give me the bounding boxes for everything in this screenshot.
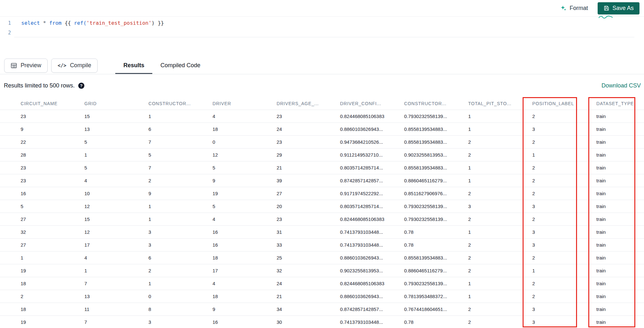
table-body: 231514230.8244680851063830.7930232558139… (0, 110, 644, 328)
save-as-label: Save As (612, 5, 634, 12)
table-cell: 5 (84, 136, 148, 148)
table-cell: 1 (468, 174, 532, 187)
table-cell: 5 (0, 200, 84, 213)
table-cell: 0.8558139534883... (404, 136, 468, 148)
code-token: 'train_test_position' (86, 20, 151, 26)
table-row: 281512290.9112149532710...0.902325581395… (0, 149, 644, 161)
table-cell: 15 (84, 110, 148, 123)
table-cell: 1 (148, 277, 213, 290)
code-token (46, 20, 49, 26)
compile-label: Compile (70, 62, 91, 69)
table-cell: 0.8742857142857... (340, 174, 404, 187)
table-cell: 9 (213, 174, 277, 187)
column-header-dataset-type: DATASET_TYPE (596, 97, 644, 110)
table-row: 913618240.8860103626943...0.855813953488… (0, 123, 644, 136)
table-row: 51215200.8035714285714...0.7930232558139… (0, 200, 644, 213)
table-cell: 2 (532, 136, 596, 148)
column-header-driver: DRIVER (213, 97, 277, 110)
table-cell: 2 (532, 290, 596, 303)
save-icon (603, 5, 610, 11)
table-cell: train (596, 277, 644, 290)
table-cell: 2 (148, 264, 213, 277)
table-row: 231514230.8244680851063830.7930232558139… (0, 110, 644, 123)
table-cell: 3 (532, 200, 596, 213)
table-row: 22570230.9473684210526...0.8558139534883… (0, 136, 644, 149)
help-icon[interactable]: ? (78, 83, 84, 89)
table-row: 23429390.8742857142857...0.8860465116279… (0, 174, 644, 187)
table-cell: 0.78 (404, 316, 468, 328)
table-cell: 3 (532, 226, 596, 238)
table-cell: 27 (0, 213, 84, 225)
sql-editor-section: Format Save As 1 select * from {{ ref('t… (0, 0, 644, 57)
table-cell: 23 (277, 213, 340, 225)
column-header-circuit-name: CIRCUIT_NAME (0, 97, 84, 110)
table-row: 14618250.8860103626943...0.8558139534883… (0, 251, 644, 264)
table-cell: train (596, 200, 644, 213)
table-cell: 0.7413793103448... (340, 316, 404, 328)
table-cell: 2 (532, 277, 596, 290)
table-cell: 34 (277, 303, 340, 315)
table-cell: 2 (468, 239, 532, 251)
table-cell: 0.8860103626943... (340, 290, 404, 303)
save-as-button[interactable]: Save As (598, 2, 639, 14)
table-cell: 0 (213, 136, 277, 148)
table-row: 191217320.9023255813953...0.886046511627… (0, 264, 644, 277)
table-cell: 0 (148, 290, 213, 303)
table-cell: train (596, 251, 644, 264)
table-cell: 23 (0, 161, 84, 174)
actions-row: Preview </> Compile Results Compiled Cod… (0, 57, 644, 74)
table-cell: 4 (213, 213, 277, 225)
table-cell: 23 (0, 174, 84, 187)
table-cell: 0.78 (404, 226, 468, 238)
preview-button[interactable]: Preview (4, 59, 48, 73)
table-cell: 2 (148, 174, 213, 187)
table-cell: train (596, 187, 644, 200)
tab-results[interactable]: Results (115, 57, 152, 74)
results-limit-text: Results limited to 500 rows. (4, 82, 75, 89)
column-header-constructor: CONSTRUCTOR... (148, 97, 213, 110)
column-header-grid: GRID (84, 97, 148, 110)
table-cell: 2 (468, 251, 532, 264)
table-cell: 1 (468, 123, 532, 135)
format-button[interactable]: Format (561, 5, 588, 12)
table-cell: 13 (84, 290, 148, 303)
table-cell: 4 (84, 174, 148, 187)
results-limit-group: Results limited to 500 rows. ? (4, 82, 84, 89)
table-cell: 31 (277, 226, 340, 238)
table-cell: 16 (213, 316, 277, 328)
table-cell: 0.8860103626943... (340, 123, 404, 135)
code-editor[interactable]: 1 select * from {{ ref('train_test_posit… (0, 17, 644, 38)
table-cell: train (596, 149, 644, 161)
format-label: Format (570, 5, 588, 12)
table-cell: 0.9023255813953... (404, 149, 468, 161)
code-token: ) }} (152, 20, 164, 26)
column-header-drivers-age: DRIVERS_AGE_... (277, 97, 340, 110)
code-line-2[interactable]: 2 (0, 28, 644, 38)
preview-label: Preview (21, 62, 41, 69)
tab-compiled-code[interactable]: Compiled Code (152, 57, 208, 74)
table-cell: 27 (277, 187, 340, 200)
table-cell: 2 (468, 316, 532, 328)
table-cell: 0.824468085106383 (340, 277, 404, 290)
table-cell: 24 (277, 277, 340, 290)
table-cell: 29 (277, 149, 340, 161)
table-cell: 3 (468, 200, 532, 213)
table-cell: 9 (148, 187, 213, 200)
table-cell: 16 (213, 239, 277, 251)
table-cell: 0.8035714285714... (340, 161, 404, 174)
download-csv-link[interactable]: Download CSV (601, 82, 641, 89)
table-cell: 13 (84, 123, 148, 135)
table-cell: 2 (532, 161, 596, 174)
table-cell: 17 (84, 239, 148, 251)
table-cell: 0.824468085106383 (340, 110, 404, 123)
table-cell: 2 (532, 174, 596, 187)
table-cell: 19 (0, 264, 84, 277)
compile-button[interactable]: </> Compile (51, 59, 98, 73)
table-cell: 18 (213, 251, 277, 264)
table-cell: 22 (0, 136, 84, 148)
table-cell: 2 (468, 149, 532, 161)
table-cell: 16 (213, 226, 277, 238)
table-cell: train (596, 226, 644, 238)
code-line-1[interactable]: 1 select * from {{ ref('train_test_posit… (0, 18, 644, 28)
table-cell: 4 (213, 110, 277, 123)
